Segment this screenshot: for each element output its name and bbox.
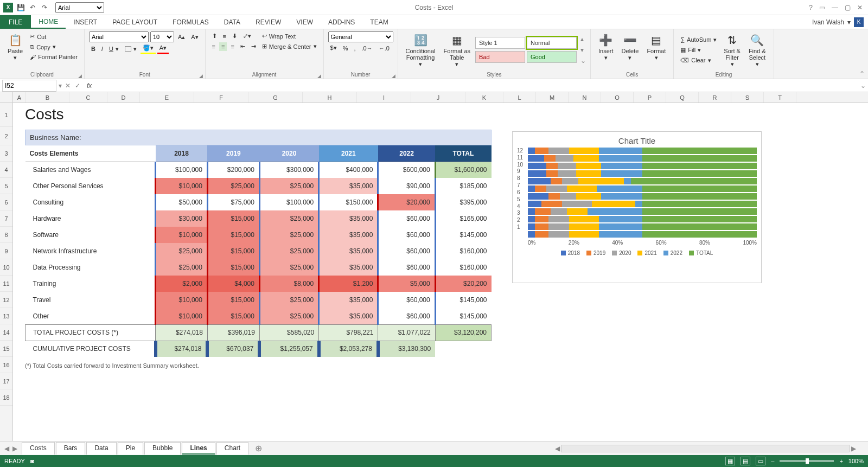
ribbon-tab-team[interactable]: TEAM [362,15,395,29]
cell[interactable]: $15,000 [207,243,259,259]
cell[interactable]: $35,000 [319,210,378,227]
row-header-9[interactable]: 9 [0,243,12,259]
cell[interactable]: $160,000 [435,243,491,259]
cell[interactable]: $35,000 [319,308,378,324]
cancel-formula-icon[interactable]: ✕ [65,82,71,89]
sheet-tab-costs[interactable]: Costs [22,442,55,455]
cell[interactable]: $150,000 [319,194,378,210]
cell-style-1[interactable]: Style 1 [475,37,525,49]
col-header-C[interactable]: C [69,92,107,103]
cell[interactable]: $25,000 [156,243,208,259]
cell[interactable]: $100,000 [259,194,318,210]
conditional-formatting-button[interactable]: 🔢Conditional Formatting▾ [403,31,439,68]
expand-formula-bar-icon[interactable]: ⌄ [858,82,868,89]
col-header-N[interactable]: N [569,92,601,103]
cell[interactable]: $25,000 [259,210,318,227]
sort-filter-button[interactable]: ⇅Sort & Filter▾ [720,31,744,68]
percent-format-icon[interactable]: % [341,44,350,53]
cell[interactable]: $20,200 [435,276,491,292]
bold-button[interactable]: B [89,44,98,53]
row-header-13[interactable]: 13 [0,308,12,324]
cell[interactable]: $25,000 [207,178,259,194]
cell[interactable]: $60,000 [378,259,435,276]
enter-formula-icon[interactable]: ✓ [75,82,80,89]
cell[interactable]: $15,000 [207,259,259,276]
cell[interactable]: $5,000 [378,276,435,292]
sheet-tab-bars[interactable]: Bars [56,442,86,455]
business-name-row[interactable]: Business Name: [25,130,492,145]
col-header-M[interactable]: M [536,92,569,103]
cell-style-bad[interactable]: Bad [475,51,525,63]
user-name[interactable]: Ivan Walsh [812,18,844,26]
col-header-A[interactable]: A [13,92,26,103]
help-icon[interactable]: ? [809,4,813,11]
find-select-button[interactable]: 🔍Find & Select▾ [745,31,769,68]
ribbon-tab-review[interactable]: REVIEW [248,15,289,29]
sheet-tab-bubble[interactable]: Bubble [144,442,181,455]
cell[interactable]: $25,000 [259,243,318,259]
wrap-text-button[interactable]: ↩ Wrap Text [260,31,319,41]
align-center-icon[interactable]: ≡ [219,42,227,51]
cell[interactable]: $10,000 [156,308,208,324]
row-header-2[interactable]: 2 [0,127,12,145]
sheet-tab-lines[interactable]: Lines [182,442,215,455]
fx-icon[interactable]: fx [85,82,94,89]
cell[interactable]: $600,000 [378,162,435,178]
col-header-J[interactable]: J [411,92,465,103]
autosum-button[interactable]: ∑ AutoSum ▾ [678,35,719,44]
cell[interactable]: $300,000 [259,162,318,178]
total-cell[interactable]: $1,077,022 [378,324,435,341]
comma-format-icon[interactable]: , [352,44,358,53]
font-size-select[interactable]: 10 [150,31,174,42]
total-cell[interactable]: $396,019 [207,324,259,341]
col-header-D[interactable]: D [107,92,140,103]
tab-nav-next-icon[interactable]: ▶ [12,445,17,452]
collapse-ribbon-icon[interactable]: ⌃ [859,70,865,78]
page-layout-view-icon[interactable]: ▤ [741,457,750,465]
col-header-R[interactable]: R [699,92,731,103]
ribbon-options-icon[interactable]: ▭ [819,4,825,11]
cumulative-cell[interactable]: $2,053,278 [319,341,378,357]
cell[interactable]: $10,000 [156,292,208,308]
row-header-18[interactable]: 18 [0,389,12,406]
number-format-select[interactable]: General [328,31,393,42]
zoom-out-icon[interactable]: – [771,458,774,464]
sheet-tab-data[interactable]: Data [86,442,116,455]
maximize-icon[interactable]: ▢ [845,4,851,11]
increase-indent-icon[interactable]: ⇥ [249,42,258,51]
zoom-slider[interactable] [780,460,834,462]
cell[interactable]: $145,000 [435,308,491,324]
cell[interactable]: $8,000 [259,276,318,292]
cell[interactable]: $2,000 [156,276,208,292]
cell-style-normal[interactable]: Normal [527,37,577,49]
font-launcher-icon[interactable]: ◢ [199,73,203,79]
cell[interactable]: $1,600,000 [435,162,491,178]
cumulative-cell[interactable]: $274,018 [156,341,208,357]
cell[interactable]: $75,000 [207,194,259,210]
row-header-8[interactable]: 8 [0,227,12,243]
row-header-10[interactable]: 10 [0,259,12,276]
ribbon-tab-data[interactable]: DATA [216,15,248,29]
cell[interactable]: $35,000 [319,178,378,194]
cell[interactable]: $185,000 [435,178,491,194]
styles-scroll-up-icon[interactable]: ▴ [580,35,586,43]
fill-button[interactable]: ▦ Fill ▾ [678,46,719,55]
close-icon[interactable]: ✕ [857,4,863,11]
cumulative-cell[interactable]: $1,255,057 [259,341,318,357]
delete-cells-button[interactable]: ➖Delete▾ [618,31,642,62]
styles-gallery-icon[interactable]: ⌄ [580,57,586,65]
macro-record-icon[interactable]: ◙ [30,458,34,464]
align-bottom-icon[interactable]: ⬇ [230,31,239,41]
grid[interactable]: ABCDEFGHIJKLMNOPQRST 1234567891011121314… [0,92,868,441]
increase-decimal-icon[interactable]: .0→ [359,44,374,53]
horizontal-scrollbar[interactable]: ◀▶ [553,444,857,453]
increase-font-icon[interactable]: A▴ [176,33,187,42]
col-header-F[interactable]: F [194,92,248,103]
cell[interactable]: $15,000 [207,308,259,324]
cell[interactable]: $145,000 [435,227,491,243]
cumulative-cell[interactable]: $670,037 [207,341,259,357]
cell[interactable]: $400,000 [319,162,378,178]
cell[interactable]: $35,000 [319,243,378,259]
ribbon-tab-insert[interactable]: INSERT [66,15,105,29]
minimize-icon[interactable]: — [832,4,838,11]
